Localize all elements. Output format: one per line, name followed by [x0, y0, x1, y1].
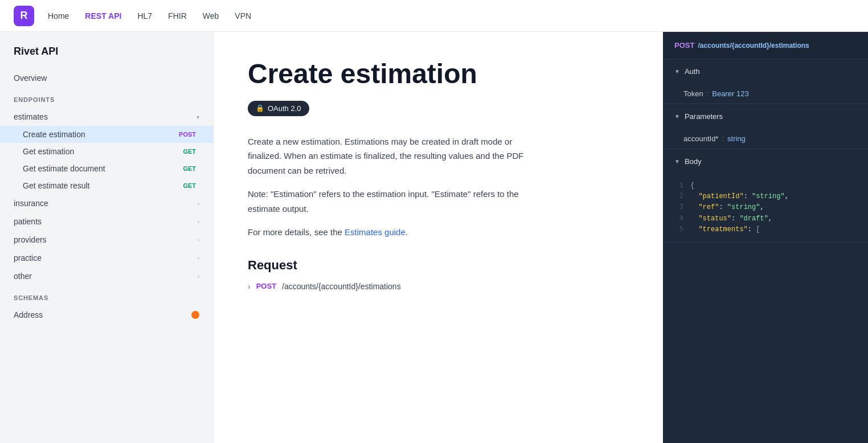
schema-dot-icon: [191, 311, 199, 319]
rp-path: /accounts/{accountId}/estimations: [698, 42, 809, 50]
auth-arrow-icon: ▼: [674, 68, 680, 75]
right-panel: POST /accounts/{accountId}/estimations ▼…: [663, 32, 868, 443]
code-line-4: 4 "status": "draft",: [674, 214, 857, 224]
token-colon: :: [707, 89, 709, 98]
get-badge-2: GET: [179, 164, 199, 173]
sidebar-group-other[interactable]: other ›: [0, 267, 213, 285]
rp-token-row: Token : Bearer 123: [663, 84, 868, 104]
params-arrow-icon: ▼: [674, 113, 680, 120]
sidebar-group-providers[interactable]: providers ›: [0, 231, 213, 249]
rp-body-section: ▼ Body 1 { 2 "patientId": "string", 3 "r…: [663, 149, 868, 243]
sidebar-section-schemas: SCHEMAS: [0, 285, 213, 306]
code-line-3: 3 "ref": "string",: [674, 202, 857, 213]
rp-accountid-row: accountId* : string: [663, 129, 868, 149]
request-section-title: Request: [248, 258, 629, 273]
token-label: Token: [683, 89, 703, 98]
oauth-badge: 🔒 OAuth 2.0: [248, 101, 309, 116]
sidebar-item-get-estimate-result[interactable]: Get estimate result GET: [0, 177, 213, 194]
rp-body-header[interactable]: ▼ Body: [663, 149, 868, 174]
get-badge-3: GET: [179, 181, 199, 190]
sidebar-item-get-estimation[interactable]: Get estimation GET: [0, 143, 213, 160]
sidebar-item-overview[interactable]: Overview: [0, 69, 213, 87]
post-badge: POST: [175, 130, 199, 139]
sidebar: Rivet API Overview ENDPOINTS estimates ▾…: [0, 32, 214, 443]
description-3: For more details, see the Estimates guid…: [248, 225, 544, 240]
rp-header: POST /accounts/{accountId}/estimations: [663, 32, 868, 59]
page-title: Create estimation: [248, 59, 629, 89]
endpoint-path: /accounts/{accountId}/estimations: [282, 282, 401, 291]
accountid-value: string: [727, 134, 746, 143]
method-badge: POST: [256, 282, 276, 290]
lock-icon: 🔒: [256, 104, 264, 112]
sidebar-section-endpoints: ENDPOINTS: [0, 87, 213, 108]
rp-auth-section: ▼ Auth Token : Bearer 123: [663, 59, 868, 104]
token-value: Bearer 123: [712, 89, 748, 98]
nav-hl7[interactable]: HL7: [137, 11, 152, 20]
code-line-2: 2 "patientId": "string",: [674, 191, 857, 202]
rp-params-section: ▼ Parameters accountId* : string: [663, 104, 868, 149]
chevron-right-icon-2: ›: [198, 219, 199, 225]
top-navigation: R Home REST API HL7 FHIR Web VPN: [0, 0, 868, 32]
chevron-down-icon: ▾: [196, 114, 199, 120]
main-layout: Rivet API Overview ENDPOINTS estimates ▾…: [0, 32, 868, 443]
nav-rest-api[interactable]: REST API: [85, 11, 121, 20]
nav-home[interactable]: Home: [48, 11, 69, 20]
sidebar-group-estimates[interactable]: estimates ▾: [0, 108, 213, 126]
rp-auth-header[interactable]: ▼ Auth: [663, 59, 868, 84]
get-badge-1: GET: [179, 147, 199, 156]
nav-web[interactable]: Web: [203, 11, 219, 20]
estimates-guide-link[interactable]: Estimates guide: [345, 227, 406, 237]
chevron-right-icon-3: ›: [198, 237, 199, 243]
nav-fhir[interactable]: FHIR: [168, 11, 187, 20]
nav-links: Home REST API HL7 FHIR Web VPN: [48, 11, 251, 20]
description-2: Note: "Estimation" refers to the estimat…: [248, 187, 544, 216]
main-content: Create estimation 🔒 OAuth 2.0 Create a n…: [214, 32, 663, 443]
sidebar-item-address[interactable]: Address: [0, 306, 213, 324]
accountid-colon: :: [722, 134, 724, 143]
chevron-right-icon-5: ›: [198, 273, 199, 280]
expand-icon[interactable]: ›: [248, 282, 251, 291]
sidebar-title: Rivet API: [0, 46, 213, 69]
description-1: Create a new estimation. Estimations may…: [248, 134, 544, 178]
sidebar-group-patients[interactable]: patients ›: [0, 212, 213, 231]
rp-code-block: 1 { 2 "patientId": "string", 3 "ref": "s…: [663, 174, 868, 242]
chevron-right-icon-4: ›: [198, 255, 199, 261]
logo: R: [14, 6, 34, 26]
rp-params-header[interactable]: ▼ Parameters: [663, 104, 868, 129]
accountid-label: accountId*: [683, 134, 718, 143]
sidebar-group-insurance[interactable]: insurance ›: [0, 194, 213, 212]
sidebar-item-get-estimate-document[interactable]: Get estimate document GET: [0, 160, 213, 177]
chevron-right-icon: ›: [198, 200, 199, 207]
code-line-5: 5 "treatments": [: [674, 224, 857, 235]
sidebar-item-create-estimation[interactable]: Create estimation POST: [0, 126, 213, 143]
endpoint-row: › POST /accounts/{accountId}/estimations: [248, 282, 629, 291]
sidebar-group-practice[interactable]: practice ›: [0, 249, 213, 267]
code-line-1: 1 {: [674, 181, 857, 191]
nav-vpn[interactable]: VPN: [235, 11, 251, 20]
rp-method: POST: [674, 41, 694, 50]
body-arrow-icon: ▼: [674, 158, 680, 165]
